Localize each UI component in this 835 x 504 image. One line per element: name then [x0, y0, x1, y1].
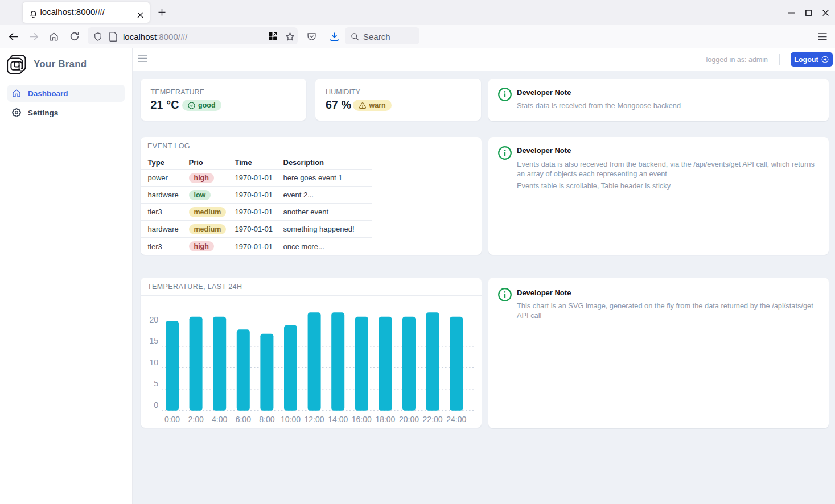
svg-text:10:00: 10:00 — [280, 415, 300, 424]
svg-text:24:00: 24:00 — [446, 415, 466, 424]
svg-text:10: 10 — [149, 358, 158, 367]
svg-text:15: 15 — [149, 336, 158, 345]
svg-text:14:00: 14:00 — [328, 415, 348, 424]
svg-text:6:00: 6:00 — [235, 415, 250, 424]
svg-text:4:00: 4:00 — [212, 415, 227, 424]
svg-text:8:00: 8:00 — [259, 415, 274, 424]
svg-text:0:00: 0:00 — [164, 415, 179, 424]
svg-text:20: 20 — [149, 315, 158, 324]
svg-text:22:00: 22:00 — [422, 415, 442, 424]
svg-text:18:00: 18:00 — [375, 415, 395, 424]
svg-text:2:00: 2:00 — [188, 415, 203, 424]
svg-text:16:00: 16:00 — [351, 415, 371, 424]
svg-text:20:00: 20:00 — [398, 415, 418, 424]
svg-text:0: 0 — [154, 400, 158, 410]
svg-text:12:00: 12:00 — [304, 415, 324, 424]
svg-text:5: 5 — [154, 379, 158, 388]
